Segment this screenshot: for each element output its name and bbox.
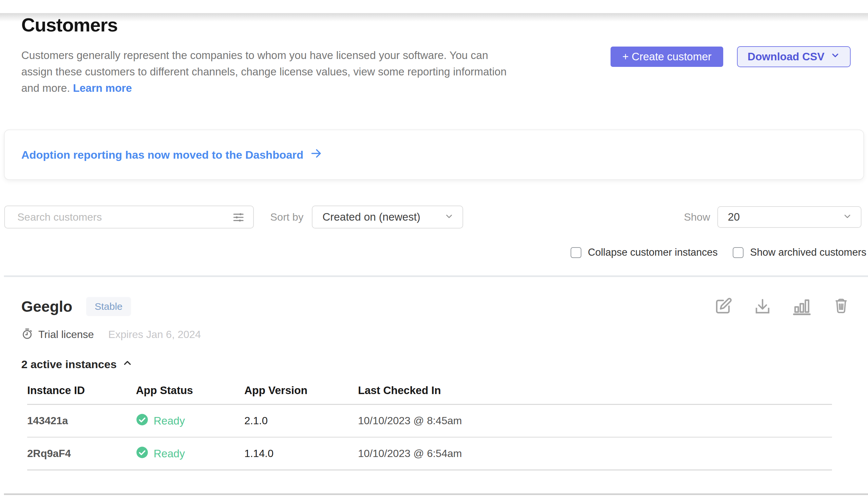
app-status-label: Ready xyxy=(153,448,185,460)
app-status: Ready xyxy=(136,413,244,428)
table-row: 2Rq9aF4 Ready 1.14.0 10/10/2023 @ 6:54am xyxy=(27,438,832,470)
customer-card-head: Geeglo Stable xyxy=(21,295,851,318)
download-csv-label: Download CSV xyxy=(748,51,824,63)
instances-table-header: Instance ID App Status App Version Last … xyxy=(27,384,832,405)
col-header-instance-id: Instance ID xyxy=(27,384,136,397)
sort-select-value: Created on (newest) xyxy=(322,211,420,223)
show-archived-checkbox[interactable] xyxy=(733,247,744,258)
bottom-divider xyxy=(4,493,868,495)
instances-table: Instance ID App Status App Version Last … xyxy=(27,384,832,470)
adoption-banner: Adoption reporting has now moved to the … xyxy=(4,129,864,180)
customer-card: Geeglo Stable Tria xyxy=(21,295,851,470)
download-customer-icon[interactable] xyxy=(753,297,772,316)
page-header: Customers Customers generally represent … xyxy=(21,13,851,96)
adoption-banner-link[interactable]: Adoption reporting has now moved to the … xyxy=(21,147,322,162)
collapse-instances-label: Collapse customer instances xyxy=(588,246,718,258)
chevron-up-icon xyxy=(122,357,133,371)
search-input[interactable] xyxy=(4,205,254,228)
table-row: 143421a Ready 2.1.0 10/10/2023 @ 8:45am xyxy=(27,405,832,438)
channel-badge: Stable xyxy=(86,297,131,316)
show-archived-checkbox-group[interactable]: Show archived customers xyxy=(733,246,866,258)
customers-page: Customers Customers generally represent … xyxy=(0,13,868,497)
description-line: Customers generally represent the compan… xyxy=(21,47,591,63)
description-line: and more. Learn more xyxy=(21,80,591,96)
instance-id: 2Rq9aF4 xyxy=(27,448,136,460)
sort-select[interactable]: Created on (newest) xyxy=(312,205,463,228)
reporting-chart-icon[interactable] xyxy=(792,297,811,316)
description-line-text: and more. xyxy=(21,82,70,94)
adoption-banner-text: Adoption reporting has now moved to the … xyxy=(21,148,303,161)
app-status-label: Ready xyxy=(153,415,185,427)
instances-toggle[interactable]: 2 active instances xyxy=(21,357,851,371)
collapse-instances-checkbox-group[interactable]: Collapse customer instances xyxy=(571,246,718,258)
filter-icon[interactable] xyxy=(232,211,245,224)
create-customer-button[interactable]: + Create customer xyxy=(610,46,723,67)
page-description: Customers generally represent the compan… xyxy=(21,47,591,96)
download-csv-button[interactable]: Download CSV xyxy=(737,46,851,67)
show-select-value: 20 xyxy=(728,211,740,223)
app-status: Ready xyxy=(136,446,244,461)
chevron-down-icon xyxy=(842,211,852,223)
section-divider xyxy=(4,275,868,277)
customer-actions xyxy=(714,297,851,316)
page-title: Customers xyxy=(21,13,851,37)
instances-toggle-label: 2 active instances xyxy=(21,358,117,371)
learn-more-link[interactable]: Learn more xyxy=(73,82,132,94)
col-header-last-checked-in: Last Checked In xyxy=(358,384,832,397)
chevron-down-icon xyxy=(830,51,840,63)
app-version: 2.1.0 xyxy=(244,415,358,427)
license-type: Trial license xyxy=(38,328,94,341)
license-row: Trial license Expires Jan 6, 2024 xyxy=(21,328,851,341)
col-header-app-status: App Status xyxy=(136,384,244,397)
check-circle-icon xyxy=(136,413,148,428)
app-version: 1.14.0 xyxy=(244,448,358,460)
chevron-down-icon xyxy=(444,211,454,223)
show-label: Show xyxy=(684,211,710,223)
show-select[interactable]: 20 xyxy=(717,206,862,228)
col-header-app-version: App Version xyxy=(244,384,358,397)
sort-by-label: Sort by xyxy=(270,211,303,223)
show-archived-label: Show archived customers xyxy=(750,246,866,258)
arrow-right-icon xyxy=(310,147,322,162)
check-circle-icon xyxy=(136,446,148,461)
last-checked-in: 10/10/2023 @ 8:45am xyxy=(358,415,832,427)
last-checked-in: 10/10/2023 @ 6:54am xyxy=(358,448,832,460)
customer-name[interactable]: Geeglo xyxy=(21,298,72,315)
stopwatch-icon xyxy=(21,328,33,341)
collapse-instances-checkbox[interactable] xyxy=(571,247,582,258)
header-actions: + Create customer Download CSV xyxy=(610,46,851,67)
delete-customer-icon[interactable] xyxy=(832,297,851,316)
instance-id: 143421a xyxy=(27,415,136,427)
edit-customer-icon[interactable] xyxy=(714,297,733,316)
customer-toolbar: Sort by Created on (newest) Show 20 xyxy=(4,205,862,228)
license-expires: Expires Jan 6, 2024 xyxy=(108,328,201,341)
search-wrap xyxy=(4,205,254,228)
description-line: assign these customers to different chan… xyxy=(21,63,591,80)
checkbox-row: Collapse customer instances Show archive… xyxy=(0,247,866,258)
